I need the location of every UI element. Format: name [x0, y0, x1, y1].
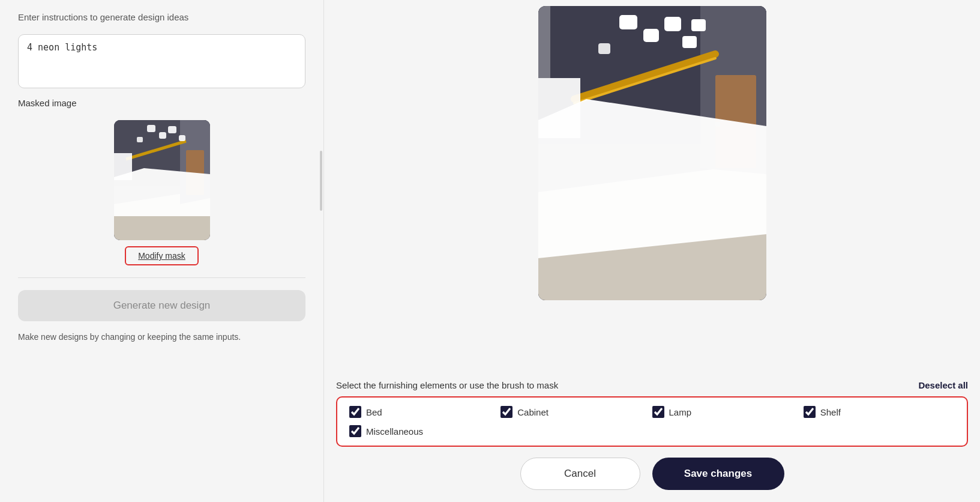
- furnishing-header: Select the furnishing elements or use th…: [336, 380, 968, 390]
- svg-rect-25: [691, 19, 706, 31]
- masked-image-thumbnail: [114, 120, 210, 240]
- furnishing-title: Select the furnishing elements or use th…: [336, 380, 558, 390]
- checkbox-lamp[interactable]: Lamp: [652, 406, 804, 418]
- shelf-label: Shelf: [820, 407, 841, 417]
- bottom-buttons: Cancel Save changes: [336, 458, 968, 490]
- masked-image-label: Masked image: [18, 98, 305, 108]
- instructions-textarea[interactable]: 4 neon lights: [18, 34, 305, 88]
- save-changes-button[interactable]: Save changes: [652, 458, 784, 490]
- svg-rect-21: [619, 15, 637, 29]
- furnishing-section: Select the furnishing elements or use th…: [336, 380, 968, 447]
- miscellaneous-checkbox[interactable]: [349, 425, 361, 437]
- svg-rect-12: [114, 153, 132, 180]
- modify-mask-button[interactable]: Modify mask: [125, 246, 199, 265]
- cabinet-label: Cabinet: [517, 407, 549, 417]
- svg-rect-10: [137, 137, 143, 142]
- svg-rect-24: [682, 36, 697, 48]
- scrollbar[interactable]: [320, 151, 322, 211]
- miscellaneous-label: Miscellaneous: [366, 426, 423, 437]
- divider: [18, 277, 305, 278]
- svg-rect-8: [168, 126, 176, 133]
- instructions-label: Enter instructions to generate design id…: [18, 12, 305, 22]
- room-image: [538, 6, 766, 300]
- right-panel: Select the furnishing elements or use th…: [324, 0, 980, 502]
- cabinet-checkbox[interactable]: [501, 406, 513, 418]
- svg-marker-29: [538, 6, 550, 78]
- shelf-checkbox[interactable]: [804, 406, 816, 418]
- svg-rect-6: [147, 125, 155, 132]
- deselect-all-button[interactable]: Deselect all: [918, 380, 968, 390]
- checkbox-cabinet[interactable]: Cabinet: [501, 406, 652, 418]
- lamp-label: Lamp: [669, 407, 692, 417]
- checkbox-bed[interactable]: Bed: [349, 406, 501, 418]
- svg-rect-9: [179, 135, 185, 141]
- cancel-button[interactable]: Cancel: [520, 458, 640, 490]
- svg-rect-22: [643, 29, 659, 42]
- bed-label: Bed: [366, 407, 382, 417]
- svg-rect-7: [159, 132, 166, 139]
- furnishing-checkboxes: Bed Cabinet Lamp Shelf Miscellaneous: [336, 396, 968, 447]
- bed-checkbox[interactable]: [349, 406, 361, 418]
- generate-new-design-button[interactable]: Generate new design: [18, 290, 305, 321]
- svg-rect-23: [664, 17, 681, 31]
- room-image-container: [336, 6, 968, 372]
- checkbox-miscellaneous[interactable]: Miscellaneous: [349, 425, 501, 437]
- svg-rect-28: [538, 78, 580, 138]
- lamp-checkbox[interactable]: [652, 406, 664, 418]
- checkbox-shelf[interactable]: Shelf: [804, 406, 955, 418]
- helper-text: Make new designs by changing or keeping …: [18, 331, 305, 343]
- masked-image-section: Modify mask: [18, 120, 305, 265]
- svg-rect-26: [598, 43, 610, 54]
